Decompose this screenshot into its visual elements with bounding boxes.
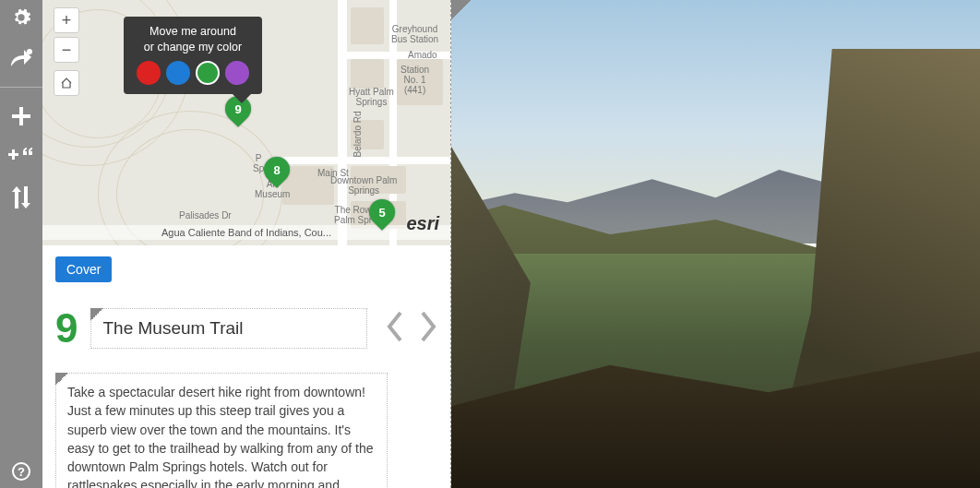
esri-logo: esri — [406, 213, 439, 234]
sort-arrows-icon — [12, 186, 30, 208]
chevron-right-icon — [419, 311, 437, 342]
description-text: Take a spectacular desert hike right fro… — [67, 385, 374, 488]
title-text: The Museum Trail — [102, 318, 243, 338]
left-toolbar: ? — [0, 0, 42, 488]
color-swatches — [137, 61, 249, 85]
map-label: StationNo. 1(441) — [400, 65, 429, 95]
gear-icon — [11, 7, 31, 28]
edit-corner-icon — [55, 373, 68, 386]
map-label: The RowPalm Spr — [334, 205, 372, 225]
popup-text-1: Move me around — [137, 24, 249, 40]
home-extent-button[interactable] — [54, 70, 79, 96]
description-input[interactable]: Take a spectacular desert hike right fro… — [55, 373, 388, 488]
zoom-out-button[interactable]: − — [54, 37, 79, 63]
point-number: 9 — [55, 308, 78, 349]
zoom-in-button[interactable]: + — [54, 7, 79, 33]
map[interactable]: GreyhoundBus StationAmadoStationNo. 1(44… — [42, 0, 450, 245]
share-tool[interactable] — [7, 46, 35, 70]
help-button[interactable]: ? — [12, 462, 30, 481]
color-swatch[interactable] — [166, 61, 190, 85]
map-label: PSp — [253, 153, 264, 173]
settings-tool[interactable] — [7, 6, 35, 30]
toolbar-divider — [0, 87, 42, 88]
map-marker-5[interactable]: 5 — [369, 199, 395, 234]
marker-number: 8 — [273, 163, 280, 177]
story-body: Cover 9 The Museum Trail Take a spectacu… — [42, 245, 450, 488]
home-icon — [60, 77, 73, 89]
svg-point-0 — [27, 49, 32, 54]
next-point-button[interactable] — [419, 311, 437, 346]
map-label: Downtown PalmSprings — [330, 175, 397, 196]
color-swatch[interactable] — [137, 61, 161, 85]
pin-icon: 5 — [364, 194, 400, 231]
featured-photo — [451, 0, 980, 488]
map-marker-8[interactable]: 8 — [264, 157, 290, 192]
zoom-controls: + − — [54, 7, 79, 96]
map-label: GreyhoundBus Station — [391, 24, 438, 44]
chevron-left-icon — [386, 311, 404, 342]
marker-number: 5 — [378, 206, 385, 220]
marker-number: 9 — [234, 102, 241, 116]
organize-tool[interactable] — [7, 185, 35, 209]
map-label: Palisades Dr — [179, 210, 232, 220]
marker-popup: Move me around or change my color — [124, 17, 262, 94]
add-tool[interactable] — [7, 104, 35, 128]
edit-corner-icon — [90, 308, 103, 321]
color-swatch[interactable] — [196, 61, 220, 85]
story-pane: GreyhoundBus StationAmadoStationNo. 1(44… — [42, 0, 450, 488]
popup-text-2: or change my color — [137, 40, 249, 55]
plus-quote-icon — [8, 148, 34, 166]
edit-corner-icon — [451, 0, 472, 20]
map-label: Hyatt PalmSprings — [349, 87, 394, 107]
share-arrow-icon — [9, 48, 33, 68]
prev-point-button[interactable] — [386, 311, 404, 346]
add-quote-tool[interactable] — [7, 145, 35, 169]
media-pane[interactable] — [450, 0, 980, 488]
map-label: Main St — [317, 168, 349, 178]
plus-icon — [12, 107, 30, 125]
title-input[interactable]: The Museum Trail — [90, 308, 367, 349]
map-label: Belardo Rd — [353, 111, 363, 157]
color-swatch[interactable] — [225, 61, 249, 85]
pin-icon: 8 — [258, 151, 295, 188]
map-label: Amado — [408, 50, 437, 60]
cover-button[interactable]: Cover — [55, 256, 112, 282]
